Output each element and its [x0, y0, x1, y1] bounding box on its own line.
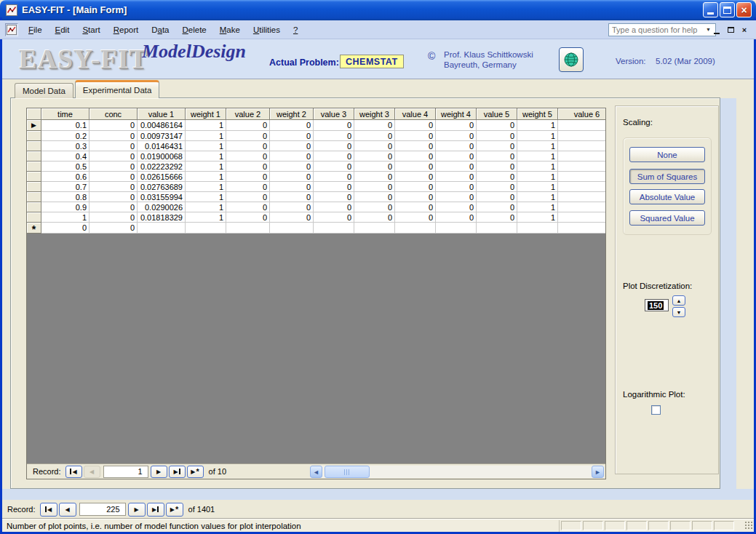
grid-cell[interactable]: 0 — [314, 202, 354, 212]
scroll-left-button[interactable]: ◄ — [310, 466, 322, 478]
grid-cell[interactable]: 1 — [186, 151, 226, 162]
grid-cell[interactable]: 1 — [517, 151, 558, 162]
menu-item-file[interactable]: File — [22, 23, 49, 37]
grid-cell[interactable]: 0.0146431 — [138, 141, 186, 151]
grid-cell[interactable]: 0.01818329 — [138, 212, 186, 223]
grid-cell[interactable] — [558, 141, 605, 151]
grid-cell[interactable]: 0 — [226, 120, 270, 131]
row-selector[interactable] — [27, 192, 41, 202]
grid-cell[interactable]: 0 — [270, 202, 314, 212]
row-selector[interactable] — [27, 151, 41, 162]
grid-cell[interactable]: 0 — [89, 192, 138, 202]
column-header[interactable]: value 1 — [138, 108, 186, 120]
scaling-button-absolute-value[interactable]: Absolute Value — [629, 189, 705, 204]
grid-cell[interactable] — [558, 182, 605, 192]
grid-cell[interactable] — [517, 223, 558, 234]
grid-cell[interactable]: 0 — [354, 151, 395, 162]
row-selector[interactable]: ▶ — [27, 120, 41, 131]
maximize-button[interactable] — [720, 2, 735, 17]
grid-cell[interactable] — [270, 223, 314, 234]
grid-cell[interactable]: 1 — [186, 202, 226, 212]
grid-cell[interactable] — [558, 131, 605, 141]
grid-cell[interactable]: 0.4 — [41, 151, 89, 162]
grid-cell[interactable]: 0 — [354, 182, 395, 192]
grid-cell[interactable]: 0 — [41, 223, 89, 234]
grid-cell[interactable]: 0 — [89, 172, 138, 182]
menu-item-delete[interactable]: Delete — [176, 23, 213, 37]
column-header[interactable]: value 3 — [314, 108, 354, 120]
grid-cell[interactable]: 0 — [395, 192, 436, 202]
grid-cell[interactable]: 0 — [226, 141, 270, 151]
row-selector[interactable] — [27, 162, 41, 172]
grid-cell[interactable]: 0 — [477, 141, 517, 151]
grid-cell[interactable]: 0 — [395, 120, 436, 131]
grid-cell[interactable] — [558, 172, 605, 182]
grid-cell[interactable] — [314, 223, 354, 234]
grid-cell[interactable]: 1 — [517, 182, 558, 192]
help-combo-input[interactable] — [608, 23, 716, 36]
grid-cell[interactable] — [138, 223, 186, 234]
grid-cell[interactable]: 0.3 — [41, 141, 89, 151]
grid-cell[interactable]: 0 — [354, 162, 395, 172]
grid-cell[interactable]: 0.5 — [41, 162, 89, 172]
grid-cell[interactable]: 0 — [89, 162, 138, 172]
column-header[interactable]: weight 5 — [517, 108, 558, 120]
grid-cell[interactable]: 0 — [314, 162, 354, 172]
grid-cell[interactable]: 0.0290026 — [138, 202, 186, 212]
menu-item-report[interactable]: Report — [107, 23, 146, 37]
grid-cell[interactable]: 1 — [517, 192, 558, 202]
grid-cell[interactable]: 0 — [226, 192, 270, 202]
scaling-button-squared-value[interactable]: Squared Value — [629, 210, 705, 226]
row-selector[interactable] — [27, 182, 41, 192]
grid-cell[interactable]: 0 — [395, 182, 436, 192]
grid-cell[interactable]: 0 — [354, 212, 395, 223]
grid-cell[interactable]: 0 — [354, 120, 395, 131]
spin-down-button[interactable]: ▼ — [672, 307, 685, 317]
column-header[interactable]: weight 2 — [270, 108, 314, 120]
grid-cell[interactable]: 0 — [226, 131, 270, 141]
grid-cell[interactable]: 0 — [89, 223, 138, 234]
record-next-button[interactable]: ▶ — [151, 466, 167, 478]
column-header[interactable]: weight 4 — [436, 108, 477, 120]
grid-cell[interactable]: 0 — [395, 202, 436, 212]
menu-item-edit[interactable]: Edit — [49, 23, 76, 37]
grid-cell[interactable]: 0 — [89, 212, 138, 223]
column-header[interactable]: conc — [89, 108, 138, 120]
row-selector[interactable] — [27, 202, 41, 212]
scroll-right-button[interactable]: ► — [592, 466, 604, 478]
grid-cell[interactable]: 1 — [517, 172, 558, 182]
grid-cell[interactable]: 0 — [395, 212, 436, 223]
grid-cell[interactable]: 1 — [186, 120, 226, 131]
grid-cell[interactable]: 0 — [314, 182, 354, 192]
menu-item-help[interactable]: ? — [287, 23, 304, 37]
grid-cell[interactable]: 1 — [517, 202, 558, 212]
record-last-button[interactable]: ▶ — [169, 466, 186, 478]
grid-cell[interactable]: 0 — [354, 192, 395, 202]
grid-cell[interactable]: 0 — [270, 131, 314, 141]
grid-cell[interactable]: 0 — [226, 172, 270, 182]
column-header[interactable]: value 6 — [558, 108, 605, 120]
grid-cell[interactable] — [558, 223, 605, 234]
grid-cell[interactable]: 0 — [314, 172, 354, 182]
grid-cell[interactable] — [558, 151, 605, 162]
grid-cell[interactable]: 1 — [186, 192, 226, 202]
minimize-button[interactable] — [703, 2, 718, 17]
grid-cell[interactable]: 0 — [354, 141, 395, 151]
grid-cell[interactable]: 0 — [395, 172, 436, 182]
scaling-button-none[interactable]: None — [629, 147, 705, 162]
column-header[interactable]: value 2 — [226, 108, 270, 120]
grid-cell[interactable]: 0 — [314, 131, 354, 141]
form-record-first-button[interactable]: ◀ — [40, 503, 57, 517]
grid-cell[interactable]: 0 — [436, 131, 477, 141]
grid-cell[interactable]: 0 — [226, 202, 270, 212]
column-header[interactable]: weight 3 — [354, 108, 395, 120]
grid-cell[interactable]: 0 — [436, 182, 477, 192]
form-record-prev-button[interactable]: ◀ — [59, 503, 76, 517]
form-record-new-button[interactable]: ▶* — [166, 503, 183, 517]
grid-cell[interactable]: 0 — [314, 120, 354, 131]
grid-cell[interactable]: 0 — [314, 212, 354, 223]
row-selector[interactable] — [27, 131, 41, 141]
grid-cell[interactable]: 0.9 — [41, 202, 89, 212]
grid-cell[interactable] — [558, 192, 605, 202]
form-record-next-button[interactable]: ▶ — [128, 503, 146, 517]
